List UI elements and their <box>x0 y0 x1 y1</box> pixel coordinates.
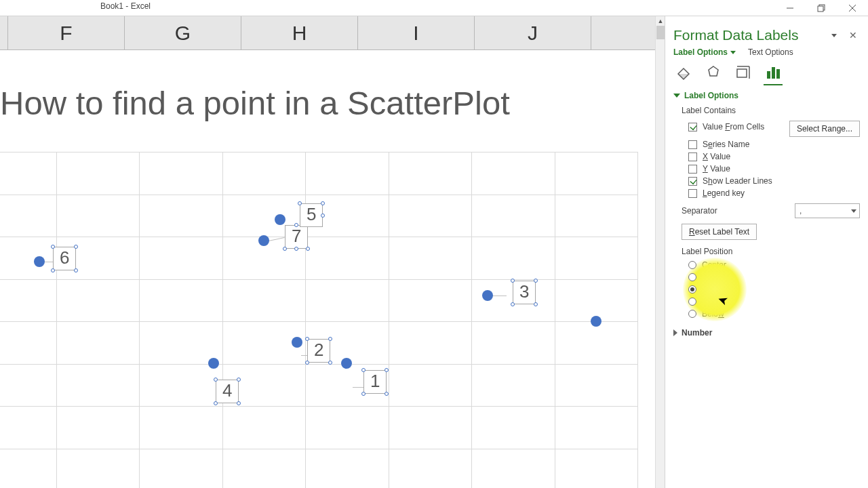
checkbox-x-value[interactable] <box>688 152 697 161</box>
fill-line-icon[interactable] <box>675 64 692 81</box>
pane-category-icons <box>673 64 860 81</box>
tab-label: Text Options <box>748 47 793 57</box>
radio-label: Above <box>702 297 725 306</box>
data-marker[interactable] <box>341 358 352 369</box>
radio-below[interactable] <box>688 310 696 318</box>
scroll-thumb[interactable] <box>656 26 665 39</box>
label-contains-heading: Label Contains <box>682 106 860 115</box>
gridline <box>637 152 638 488</box>
window-titlebar: Book1 - Excel <box>0 0 868 16</box>
window-minimize-button[interactable] <box>774 0 806 16</box>
radio-above[interactable] <box>688 298 696 306</box>
gridline <box>389 152 389 488</box>
data-label[interactable]: 5 <box>300 203 323 227</box>
chevron-down-icon <box>851 209 856 213</box>
checkbox-label: Series Name <box>703 140 749 149</box>
scroll-up-arrow[interactable]: ▲ <box>656 16 665 26</box>
gridline <box>139 152 140 488</box>
column-header-gutter <box>0 16 8 49</box>
column-header[interactable]: J <box>475 16 591 49</box>
radio-label: Right <box>702 285 721 294</box>
window-close-button[interactable] <box>837 0 868 16</box>
data-label[interactable]: 7 <box>285 225 308 249</box>
data-label[interactable]: 3 <box>513 281 536 304</box>
select-range-button[interactable]: Select Range... <box>789 121 860 137</box>
gridline <box>0 237 637 237</box>
format-pane: Format Data Labels ✕ Label Options Text … <box>665 16 868 488</box>
checkbox-value-from-cells[interactable] <box>688 123 697 131</box>
tab-label: Label Options <box>673 47 728 57</box>
tab-label-options[interactable]: Label Options <box>673 47 736 57</box>
separator-label: Separator <box>682 206 717 216</box>
pane-options-dropdown[interactable] <box>831 34 837 37</box>
reset-label-text-button[interactable]: Reset Label Text <box>682 224 757 240</box>
expand-icon <box>673 329 677 336</box>
gridline <box>0 406 637 407</box>
checkbox-label: Legend key <box>703 188 745 198</box>
gridline <box>0 449 637 449</box>
leader-line <box>492 296 507 296</box>
column-header[interactable]: F <box>8 16 125 49</box>
checkbox-label: Y Value <box>703 164 730 174</box>
data-marker[interactable] <box>591 316 601 327</box>
leader-line <box>43 262 53 262</box>
data-label-text: 5 <box>307 204 316 224</box>
plot-area[interactable]: 6 7 5 3 2 <box>0 152 637 488</box>
radio-label: Left <box>702 272 715 282</box>
effects-icon[interactable] <box>705 64 722 81</box>
gridline <box>56 152 57 488</box>
data-marker[interactable] <box>482 290 493 301</box>
checkbox-label: Show Leader Lines <box>703 176 772 186</box>
radio-center[interactable] <box>688 261 696 269</box>
gridline <box>555 152 555 488</box>
data-marker[interactable] <box>292 337 302 348</box>
column-header[interactable]: I <box>358 16 475 49</box>
checkbox-show-leader-lines[interactable] <box>688 177 697 186</box>
gridline <box>0 321 637 322</box>
checkbox-label: Value From Cells <box>703 122 764 131</box>
data-marker[interactable] <box>275 214 285 225</box>
column-header[interactable]: G <box>125 16 241 49</box>
size-properties-icon[interactable] <box>734 64 752 81</box>
section-title: Number <box>682 328 712 338</box>
radio-right[interactable] <box>688 285 696 293</box>
section-number[interactable]: Number <box>673 328 860 338</box>
column-headers: F G H I J <box>0 16 655 50</box>
section-label-options[interactable]: Label Options <box>673 91 860 100</box>
tab-text-options[interactable]: Text Options <box>748 47 793 57</box>
worksheet-area[interactable]: F G H I J ▲ How to find a point in a Sca… <box>0 16 665 488</box>
gridline <box>0 152 637 152</box>
checkbox-series-name[interactable] <box>688 140 697 149</box>
radio-label: Below <box>702 309 724 319</box>
window-title: Book1 - Excel <box>100 1 151 11</box>
radio-left[interactable] <box>688 273 696 281</box>
data-label[interactable]: 2 <box>307 339 330 363</box>
svg-rect-10 <box>772 67 775 79</box>
label-options-icon[interactable] <box>764 64 782 81</box>
data-label-text: 4 <box>222 380 232 401</box>
column-header[interactable]: H <box>241 16 358 49</box>
checkbox-y-value[interactable] <box>688 165 697 174</box>
data-marker[interactable] <box>208 358 219 369</box>
checkbox-legend-key[interactable] <box>688 189 697 198</box>
section-title: Label Options <box>684 91 738 100</box>
separator-value: , <box>800 206 802 216</box>
data-label[interactable]: 1 <box>363 370 387 394</box>
data-label-text: 1 <box>370 371 380 391</box>
data-label-text: 2 <box>314 340 323 360</box>
svg-rect-6 <box>737 69 747 77</box>
separator-select[interactable]: , <box>795 203 860 218</box>
data-marker[interactable] <box>34 256 45 267</box>
vertical-scrollbar[interactable]: ▲ <box>655 16 665 488</box>
pane-close-button[interactable]: ✕ <box>846 28 860 42</box>
checkbox-label: X Value <box>703 152 730 161</box>
gridline <box>0 364 637 365</box>
chart-title[interactable]: How to find a point in a ScatterPlot <box>0 84 510 122</box>
chart-object[interactable]: How to find a point in a ScatterPlot <box>0 50 655 488</box>
data-label[interactable]: 4 <box>216 380 239 403</box>
label-position-heading: Label Position <box>682 247 860 256</box>
data-label-text: 7 <box>292 226 301 246</box>
window-restore-button[interactable] <box>806 0 837 16</box>
data-label[interactable]: 6 <box>53 247 76 270</box>
data-marker[interactable] <box>258 235 269 246</box>
